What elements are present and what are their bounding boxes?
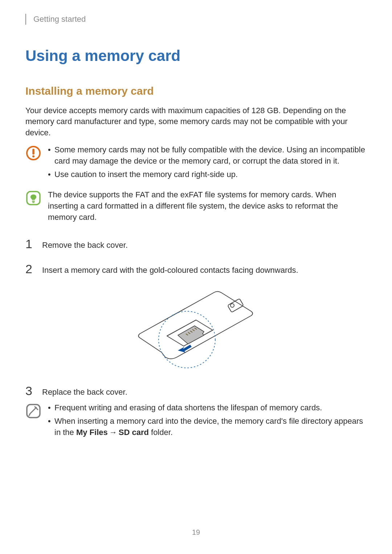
caution-icon xyxy=(25,145,41,161)
tip-item-text: Frequent writing and erasing of data sho… xyxy=(54,402,367,414)
tip-block: • Frequent writing and erasing of data s… xyxy=(25,402,367,440)
tip-item: • Frequent writing and erasing of data s… xyxy=(48,402,367,414)
svg-point-7 xyxy=(230,304,234,307)
document-page: Getting started Using a memory card Inst… xyxy=(0,0,392,554)
step-row: 1 Remove the back cover. xyxy=(25,238,367,251)
caution-item: • Use caution to insert the memory card … xyxy=(48,169,367,180)
breadcrumb-tick xyxy=(25,14,26,25)
step-number: 1 xyxy=(25,238,36,250)
page-title: Using a memory card xyxy=(25,45,367,67)
svg-rect-4 xyxy=(32,201,35,202)
caution-item-text: Some memory cards may not be fully compa… xyxy=(54,144,367,167)
arrow-icon: → xyxy=(108,428,119,437)
intro-paragraph: Your device accepts memory cards with ma… xyxy=(25,105,367,139)
step-text: Remove the back cover. xyxy=(42,238,367,251)
step-text: Insert a memory card with the gold-colou… xyxy=(42,263,367,276)
breadcrumb-text: Getting started xyxy=(33,14,86,25)
bullet-dot: • xyxy=(48,169,50,180)
note-icon xyxy=(25,190,41,206)
svg-line-15 xyxy=(30,407,36,414)
tip-item-bold: My Files xyxy=(76,428,108,437)
step-number: 2 xyxy=(25,263,36,275)
bullet-dot: • xyxy=(48,416,50,427)
tip-icon xyxy=(25,403,41,419)
step-row: 2 Insert a memory card with the gold-col… xyxy=(25,263,367,276)
tip-body: • Frequent writing and erasing of data s… xyxy=(48,402,367,440)
memory-card-insertion-figure xyxy=(25,285,367,376)
svg-rect-1 xyxy=(32,149,34,155)
bullet-dot: • xyxy=(48,402,50,414)
svg-rect-5 xyxy=(32,202,34,203)
tip-item-post: folder. xyxy=(149,428,173,437)
caution-item: • Some memory cards may not be fully com… xyxy=(48,144,367,167)
caution-item-text: Use caution to insert the memory card ri… xyxy=(54,169,367,180)
svg-rect-6 xyxy=(228,299,244,312)
note-body: The device supports the FAT and the exFA… xyxy=(48,189,367,223)
step-row: 3 Replace the back cover. xyxy=(25,385,367,398)
breadcrumb: Getting started xyxy=(25,14,367,25)
note-text: The device supports the FAT and the exFA… xyxy=(48,189,367,223)
tip-item: • When inserting a memory card into the … xyxy=(48,416,367,438)
step-number: 3 xyxy=(25,385,36,397)
bullet-dot: • xyxy=(48,144,50,156)
tip-item-bold: SD card xyxy=(119,428,149,437)
note-block: The device supports the FAT and the exFA… xyxy=(25,189,367,223)
tip-item-text: When inserting a memory card into the de… xyxy=(54,416,367,438)
page-number: 19 xyxy=(0,527,392,537)
caution-block: • Some memory cards may not be fully com… xyxy=(25,144,367,182)
section-heading-install: Installing a memory card xyxy=(25,83,367,99)
caution-body: • Some memory cards may not be fully com… xyxy=(48,144,367,182)
step-text: Replace the back cover. xyxy=(42,385,367,398)
svg-point-2 xyxy=(32,155,34,157)
